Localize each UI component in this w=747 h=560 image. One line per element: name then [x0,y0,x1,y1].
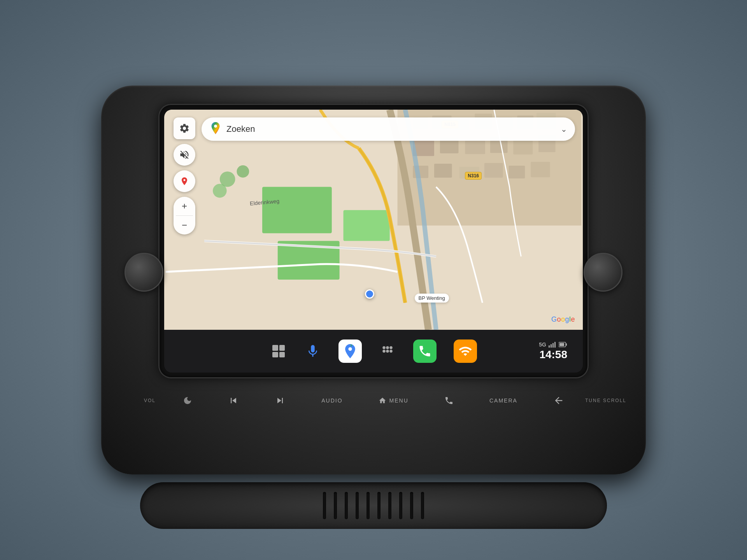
next-track-icon [275,395,286,406]
time-display: 14:58 [539,348,567,361]
next-track-button[interactable] [275,395,286,406]
main-screen: N815 N316 Elderinkweg [164,110,583,373]
vent-slot [345,492,348,519]
zoom-in-button[interactable]: + [174,197,195,215]
night-mode-button[interactable] [183,396,192,405]
phone-app-icon [413,340,437,363]
phone-app-button[interactable] [411,337,439,365]
wifi-icon [458,344,472,358]
svg-rect-37 [552,343,554,348]
prev-track-button[interactable] [228,395,239,406]
vent-slot [377,492,381,519]
vent-slot [323,492,326,519]
android-auto-icon [381,344,395,358]
vent-slot [366,492,370,519]
vent-slot [334,492,337,519]
svg-point-29 [382,346,386,349]
compass-icon [180,177,189,186]
svg-rect-23 [531,162,550,177]
svg-point-33 [386,350,389,353]
car-dashboard: N815 N316 Elderinkweg [0,0,747,560]
cast-app-icon [454,340,477,363]
vol-label: VOL [144,398,156,403]
android-auto-button[interactable] [377,340,398,362]
svg-rect-35 [549,345,550,348]
search-text: Zoeken [226,124,556,134]
vent-slot [356,492,359,519]
camera-label: CAMERA [489,397,517,404]
signal-bars-icon [549,341,556,348]
bp-marker: BP Wenting [415,294,449,303]
maps-app-button[interactable] [336,337,364,365]
svg-rect-38 [554,342,556,348]
svg-rect-3 [344,210,390,241]
svg-point-34 [389,350,393,353]
phone-button[interactable] [444,396,454,405]
vent-slot [388,492,391,519]
microphone-icon [305,344,320,359]
audio-label: AUDIO [321,397,342,404]
maps-pin-icon [209,122,222,136]
zoom-control[interactable]: + − [174,197,195,234]
svg-point-32 [382,350,386,353]
menu-button[interactable]: MENU [379,397,409,404]
battery-icon [559,341,567,348]
home-icon [379,397,386,404]
svg-point-25 [237,165,249,178]
maps-icon [342,343,359,360]
svg-rect-40 [566,343,567,346]
camera-button[interactable]: CAMERA [489,397,517,404]
prev-track-icon [228,395,239,406]
map-svg [164,110,583,330]
zoom-out-button[interactable]: − [174,216,195,234]
svg-rect-16 [513,140,533,154]
svg-rect-1 [262,187,332,233]
svg-rect-22 [509,166,525,178]
back-icon [553,395,564,406]
signal-label: 5G [539,341,546,348]
svg-rect-21 [484,163,503,178]
road-badge-n316: N316 [465,172,482,180]
night-mode-icon [183,396,192,405]
svg-rect-14 [465,140,485,154]
mute-icon [179,149,190,160]
menu-label: MENU [389,397,409,404]
back-button[interactable] [553,395,564,406]
phone-icon [418,344,432,358]
svg-point-28 [348,347,352,351]
svg-point-30 [386,346,389,349]
settings-button[interactable] [174,117,195,139]
svg-point-31 [389,346,393,349]
maps-app-icon [338,340,362,363]
search-chevron[interactable]: ⌄ [561,124,567,134]
svg-rect-13 [440,138,459,153]
svg-rect-19 [434,164,452,178]
google-watermark: Google [551,315,575,324]
grid-icon [272,345,285,357]
map-controls: + − [174,117,195,234]
phone-ctrl-icon [444,396,454,405]
svg-rect-36 [551,344,552,348]
grid-view-button[interactable] [268,340,289,362]
volume-knob[interactable] [124,253,163,292]
settings-icon [179,123,190,134]
vent-slot [421,492,424,519]
search-bar[interactable]: Zoeken ⌄ [202,117,575,141]
map-area[interactable]: N815 N316 Elderinkweg [164,110,583,330]
svg-rect-41 [559,343,564,346]
dash-surround: N815 N316 Elderinkweg [101,86,646,474]
assistant-button[interactable] [302,340,324,362]
status-area: 5G [539,341,567,361]
physical-controls: VOL [160,385,587,416]
google-text: Google [551,315,575,323]
screen-bezel: N815 N316 Elderinkweg [160,105,587,377]
bp-label: BP Wenting [415,294,449,303]
taskbar: 5G [164,330,583,373]
audio-button[interactable]: AUDIO [321,397,342,404]
compass-button[interactable] [174,170,195,192]
tune-knob[interactable] [584,253,622,292]
cast-app-button[interactable] [451,337,479,365]
status-icons: 5G [539,341,567,348]
mute-button[interactable] [174,144,195,166]
svg-point-26 [213,184,227,198]
